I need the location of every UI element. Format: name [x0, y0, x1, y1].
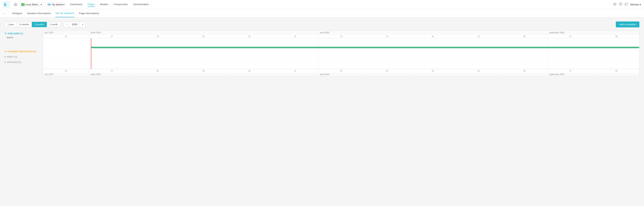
gantt-cell	[89, 50, 318, 56]
help-circle-icon[interactable]	[619, 2, 622, 7]
footer-juin-label: juin 2020	[43, 73, 89, 76]
gantt-cell	[43, 63, 89, 69]
workspace-name: Leroy Merlin...	[25, 3, 40, 6]
footer-week-34: 34	[410, 69, 456, 73]
gantt-cell	[89, 57, 318, 63]
user-chevron-icon: ▾	[640, 3, 641, 6]
week-37: 37	[548, 35, 593, 38]
period-1year[interactable]: 1 year	[4, 22, 17, 27]
footer-week-32: 32	[318, 69, 364, 73]
subnav-variation-informations[interactable]: Variation informations	[27, 9, 51, 17]
gantt-cell	[318, 57, 548, 63]
main-nav-links: Dashboard Pages Models Components Admini…	[70, 2, 613, 7]
footer-week-38: 38	[594, 69, 639, 73]
message-icon[interactable]	[625, 2, 628, 7]
draft-collapse-icon	[4, 56, 6, 58]
published-section-label: PUBLISHED (1)	[8, 32, 23, 35]
subnav-see-all-variations[interactable]: See all variations	[56, 9, 74, 17]
user-menu[interactable]: Mickael ▾	[630, 3, 641, 6]
gantt-cell	[89, 63, 318, 69]
period-6months[interactable]: 6 months	[17, 22, 32, 27]
add-variation-button[interactable]: Add a variation	[616, 21, 640, 27]
planned-section-header[interactable]: PLANNED PUBLICATION (0)	[4, 50, 40, 53]
gantt-body	[43, 38, 639, 69]
eye-icon[interactable]	[613, 2, 616, 7]
week-38: 38	[594, 35, 639, 38]
archived-section-label: ARCHIVED (0)	[7, 61, 21, 63]
main-content: 1 year 6 months 3 months 1 month − 2020 …	[0, 18, 644, 206]
footer-week-31: 31	[272, 69, 318, 73]
year-plus-button[interactable]: +	[80, 22, 86, 27]
nav-models[interactable]: Models	[100, 2, 108, 7]
gantt-cell	[43, 57, 89, 63]
svg-text:k: k	[4, 2, 7, 7]
published-section-header[interactable]: PUBLISHED (1)	[4, 32, 40, 35]
workspace-chevron-icon: ▾	[41, 3, 42, 6]
nav-components[interactable]: Components	[114, 2, 128, 7]
footer-week-28: 28	[135, 69, 181, 73]
week-31: 31	[272, 35, 318, 38]
gantt-cell	[43, 44, 89, 50]
svg-point-2	[614, 4, 616, 4]
week-26: 26	[43, 35, 89, 38]
month-aout-label: août 2020	[320, 31, 329, 34]
footer-aout-label: août 2020	[318, 73, 547, 76]
published-collapse-icon	[4, 33, 6, 34]
content-area: PUBLISHED (1) test-io PLANNED PUBLICATIO…	[4, 30, 640, 76]
gantt-row-empty-1	[43, 38, 639, 44]
home-icon[interactable]	[14, 2, 17, 6]
nav-right-controls: Mickael ▾	[613, 2, 641, 7]
footer-juillet-label: juillet 2020	[89, 73, 318, 76]
app-logo[interactable]: k	[3, 1, 10, 8]
footer-week-35: 35	[456, 69, 502, 73]
gantt-row-test-io[interactable]	[43, 44, 639, 50]
footer-week-30: 30	[226, 69, 272, 73]
planned-section-label: PLANNED PUBLICATION (0)	[8, 50, 36, 53]
gantt-cell	[318, 50, 548, 56]
subnav-page-informations[interactable]: Page informations	[79, 9, 99, 17]
archived-collapse-icon	[4, 61, 6, 63]
gantt-chart: juin 2020 26 juillet 2020 27 28	[43, 30, 640, 76]
month-juillet-label: juillet 2020	[91, 31, 101, 34]
year-minus-button[interactable]: −	[64, 22, 70, 27]
period-1month[interactable]: 1 month	[47, 22, 60, 27]
year-display: 2020	[70, 22, 80, 27]
nav-dashboard[interactable]: Dashboard	[70, 2, 82, 7]
gantt-cell	[548, 57, 639, 63]
xp-chevron-icon: ▾	[63, 3, 64, 6]
gantt-row-empty-2	[43, 50, 639, 57]
top-navigation: k S Leroy Merlin... ▾ XP By default ▾ Da…	[0, 0, 644, 9]
workspace-selector[interactable]: S Leroy Merlin... ▾	[20, 2, 44, 7]
draft-section-header[interactable]: DRAFT (0)	[4, 56, 40, 58]
month-aout: août 2020 32 33 34 35 36	[318, 31, 548, 38]
gantt-cell	[548, 50, 639, 56]
month-juillet: juillet 2020 27 28 29 30 31	[89, 31, 318, 38]
footer-month-juin: 26 juin 2020	[43, 69, 89, 76]
sub-navigation: ← Designer Variation informations See al…	[0, 9, 644, 18]
footer-week-29: 29	[181, 69, 227, 73]
month-juin: juin 2020 26	[43, 31, 89, 38]
workspace-badge: S	[21, 3, 24, 6]
period-3months[interactable]: 3 months	[32, 22, 47, 27]
week-33: 33	[364, 35, 410, 38]
archived-section-header[interactable]: ARCHIVED (0)	[4, 61, 40, 63]
subnav-designer[interactable]: Designer	[12, 9, 22, 17]
gantt-bar-test-io	[91, 47, 639, 48]
back-button[interactable]: ←	[3, 12, 6, 15]
gantt-cell	[43, 38, 89, 44]
nav-administration[interactable]: Administration	[133, 2, 149, 7]
today-line	[91, 38, 91, 69]
draft-section-label: DRAFT (0)	[7, 56, 17, 58]
footer-month-juillet: 27 28 29 30 31 juillet 2020	[89, 69, 318, 76]
left-sidebar: PUBLISHED (1) test-io PLANNED PUBLICATIO…	[4, 30, 43, 76]
xp-selector[interactable]: XP By default ▾	[45, 2, 66, 7]
nav-pages[interactable]: Pages	[88, 2, 95, 7]
month-septembre: septembre 2020 37 38	[548, 31, 639, 38]
published-item-test-io[interactable]: test-io	[7, 36, 40, 39]
gantt-cell	[318, 38, 548, 44]
gantt-cell	[548, 63, 639, 69]
gantt-footer-bottom: 26 juin 2020 27 28 29 30 31 juille	[43, 69, 639, 76]
week-36: 36	[502, 35, 547, 38]
gantt-cell	[89, 38, 318, 44]
planned-collapse-icon	[4, 51, 6, 52]
